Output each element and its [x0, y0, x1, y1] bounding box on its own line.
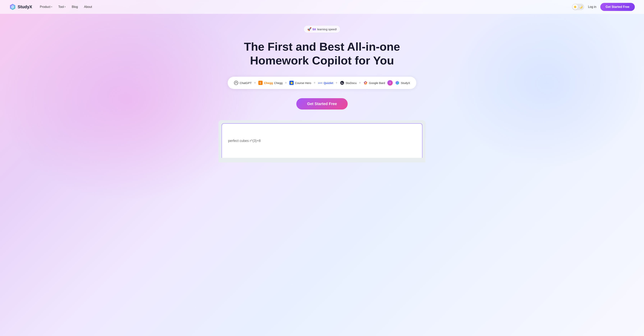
quizlet-logo: Quizlet — [318, 81, 322, 85]
chegg-logo: C — [258, 81, 263, 85]
tool-chevron-icon: ▾ — [64, 6, 66, 8]
theme-toggle[interactable]: ☀️ 🌙 — [572, 4, 584, 10]
navbar: StudyX Product ▾ Tool ▾ Blog About — [0, 0, 644, 14]
studyx-logo — [395, 81, 400, 85]
demo-text: perfect cubes r^(3)+8 — [228, 139, 261, 143]
product-chevron-icon: ▾ — [51, 6, 52, 8]
nav-about[interactable]: About — [84, 5, 92, 9]
nav-product[interactable]: Product ▾ — [40, 5, 52, 9]
logo[interactable]: StudyX — [9, 4, 32, 10]
chatgpt-logo — [234, 81, 238, 85]
sep-4: + — [336, 81, 338, 85]
badge-highlight: 5X — [312, 28, 316, 31]
light-mode-button[interactable]: ☀️ — [572, 4, 578, 10]
sep-3: + — [314, 81, 316, 85]
nav-tool[interactable]: Tool ▾ — [58, 5, 66, 9]
separator-icon: ≡ — [387, 80, 393, 86]
tool-studocu: Su StuDocu — [340, 81, 357, 85]
studocu-logo: Su — [340, 81, 344, 85]
course-hero-logo: ⭐ — [289, 81, 294, 85]
get-started-nav-button[interactable]: Get Started Free — [600, 3, 635, 11]
tool-studyx: StudyX — [395, 81, 410, 85]
sep-5: + — [359, 81, 361, 85]
nav-links: Product ▾ Tool ▾ Blog About — [40, 5, 92, 9]
tool-google-bard: Google Bard — [363, 81, 385, 85]
tools-bar: ChatGPT + C Chegg Chegg + — [228, 77, 416, 89]
demo-inner: perfect cubes r^(3)+8 — [222, 123, 422, 158]
svg-text:⭐: ⭐ — [290, 81, 293, 85]
navbar-left: StudyX Product ▾ Tool ▾ Blog About — [9, 4, 92, 10]
rocket-icon: 🚀 — [307, 27, 312, 31]
badge-text: learning speed! — [317, 28, 337, 31]
svg-text:C: C — [260, 82, 262, 84]
moon-icon: 🌙 — [579, 5, 582, 9]
tool-chatgpt: ChatGPT — [234, 81, 252, 85]
get-started-main-button[interactable]: Get Started Free — [296, 98, 348, 110]
demo-area: perfect cubes r^(3)+8 — [218, 120, 426, 162]
hero-title-line1: The First and Best All-in-one — [244, 40, 400, 53]
tool-quizlet: Quizlet Quizlet — [318, 81, 333, 85]
logo-text: StudyX — [18, 5, 32, 10]
login-button[interactable]: Log in — [588, 5, 596, 9]
tool-course-hero: ⭐ Course Hero — [289, 81, 311, 85]
tool-chegg: C Chegg Chegg — [258, 81, 282, 85]
sep-2: + — [285, 81, 287, 85]
hero-title: The First and Best All-in-one Homework C… — [244, 40, 400, 68]
logo-icon — [9, 4, 16, 10]
svg-marker-14 — [396, 81, 399, 85]
svg-point-3 — [236, 82, 237, 83]
sun-icon: ☀️ — [574, 5, 577, 9]
tool-separator: ≡ — [387, 80, 393, 86]
google-bard-logo — [363, 81, 368, 85]
svg-point-13 — [365, 82, 366, 83]
navbar-right: ☀️ 🌙 Log in Get Started Free — [572, 3, 635, 11]
hero-section: 🚀 5X learning speed! The First and Best … — [0, 14, 644, 162]
nav-blog[interactable]: Blog — [72, 5, 78, 9]
hero-title-line2: Homework Copilot for You — [250, 54, 394, 67]
svg-text:Su: Su — [341, 82, 344, 84]
dark-mode-button[interactable]: 🌙 — [578, 4, 584, 10]
sep-1: + — [254, 81, 256, 85]
speed-badge: 🚀 5X learning speed! — [304, 25, 340, 33]
svg-text:Quizlet: Quizlet — [318, 82, 322, 84]
